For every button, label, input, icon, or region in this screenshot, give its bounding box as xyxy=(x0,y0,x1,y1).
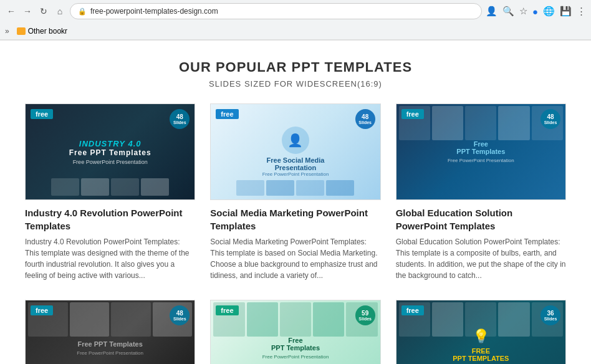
card-title-social-media: Social Media Marketing PowerPoint Templa… xyxy=(210,206,380,232)
tpl-preview-6: 💡 FREEPPT TEMPLATES MAKE IT CALL OF YOUR… xyxy=(396,300,565,364)
card-image-creative-bulb: free 36Slides 💡 FREEPPT TEMPLATES MAKE I… xyxy=(396,300,566,364)
card-image-global-edu: free 48Slides FreePPT Templates Free Pow… xyxy=(396,103,566,200)
tpl-sub-1: Free PowerPoint Presentation xyxy=(73,159,148,165)
bulb-icon: 💡 xyxy=(473,328,489,345)
mini-slide xyxy=(141,178,169,196)
mini-slide xyxy=(326,180,354,196)
mini-slide xyxy=(236,180,264,196)
card-image-industry40: free 48Slides INDUSTRY 4.0 Free PPT Temp… xyxy=(25,103,195,200)
bookmark-star-icon[interactable]: ☆ xyxy=(519,6,527,17)
card-global-edu[interactable]: free 48Slides FreePPT Templates Free Pow… xyxy=(396,103,566,281)
card-image-double-exposure: free 48Slides Free PPT Templates Free Po… xyxy=(25,300,195,364)
card-title-industry40: Industry 4.0 Revolution PowerPoint Templ… xyxy=(25,206,195,232)
tpl-preview-4: Free PPT Templates Free PowerPoint Prese… xyxy=(26,300,195,364)
templates-grid: free 48Slides INDUSTRY 4.0 Free PPT Temp… xyxy=(25,103,566,364)
social-tpl-sub: Free PowerPoint Presentation xyxy=(262,171,329,177)
double-tpl-label: Free PPT Templates xyxy=(77,340,142,348)
save-to-drive-icon[interactable]: 💾 xyxy=(560,6,572,17)
card-plant-dollar[interactable]: free 59Slides FreePPT Templates Free Pow… xyxy=(210,300,380,364)
page-title: OUR POPULAR PPT TEMPLATES xyxy=(25,59,566,75)
bookmarks-bar: » Other bookr xyxy=(0,22,591,40)
url-text: free-powerpoint-templates-design.com xyxy=(90,7,474,16)
mini-slide xyxy=(266,180,294,196)
back-button[interactable]: ← xyxy=(5,5,17,17)
browser-toolbar-icons: 👤 🔍 ☆ ● 🌐 💾 ⋮ xyxy=(486,6,586,17)
mini-slide xyxy=(81,178,109,196)
edu-tpl-sub: Free PowerPoint Presentation xyxy=(448,158,514,163)
home-button[interactable]: ⌂ xyxy=(54,5,66,17)
card-social-media[interactable]: free 48Slides 👤 Free Social MediaPresent… xyxy=(210,103,380,281)
card-desc-industry40: Industry 4.0 Revolution PowerPoint Templ… xyxy=(25,236,195,281)
plant-tpl-label: FreePPT Templates xyxy=(271,337,320,352)
chevron-right-icon: » xyxy=(5,27,9,36)
card-image-social-media: free 48Slides 👤 Free Social MediaPresent… xyxy=(210,103,380,200)
tpl-preview-5: FreePPT Templates Free PowerPoint Presen… xyxy=(211,300,380,364)
reload-button[interactable]: ↻ xyxy=(37,5,50,17)
bookmarks-folder-item[interactable]: Other bookr xyxy=(12,26,72,37)
browser-chrome: ← → ↻ ⌂ 🔒 free-powerpoint-templates-desi… xyxy=(0,0,591,41)
double-tpl-sub: Free PowerPoint Presentation xyxy=(77,350,143,356)
card-double-exposure[interactable]: free 48Slides Free PPT Templates Free Po… xyxy=(25,300,195,364)
card-industry40[interactable]: free 48Slides INDUSTRY 4.0 Free PPT Temp… xyxy=(25,103,195,281)
chrome-menu-icon[interactable]: ⋮ xyxy=(577,6,586,17)
bulb-tpl-label: FREEPPT TEMPLATES xyxy=(453,347,509,362)
card-image-plant-dollar: free 59Slides FreePPT Templates Free Pow… xyxy=(210,300,380,364)
mini-slides-2 xyxy=(211,180,380,196)
tpl-title-1: Free PPT Templates xyxy=(69,148,151,157)
lock-icon: 🔒 xyxy=(78,7,87,16)
extensions-icon[interactable]: ● xyxy=(532,6,538,17)
social-tpl-title: Free Social MediaPresentation xyxy=(267,156,325,171)
mini-slide xyxy=(296,180,324,196)
social-icon-circle: 👤 xyxy=(282,127,309,154)
card-title-global-edu: Global Education Solution PowerPoint Tem… xyxy=(396,206,566,232)
folder-icon xyxy=(17,27,26,35)
profile-icon[interactable]: 👤 xyxy=(486,6,497,17)
forward-button[interactable]: → xyxy=(21,5,34,17)
mini-slide xyxy=(51,178,79,196)
mini-slides-1 xyxy=(26,178,195,196)
search-icon[interactable]: 🔍 xyxy=(502,6,514,17)
mini-slide xyxy=(111,178,139,196)
edu-tpl-label: FreePPT Templates xyxy=(456,140,505,155)
tpl-preview-3: FreePPT Templates Free PowerPoint Presen… xyxy=(396,104,565,199)
card-creative-bulb[interactable]: free 36Slides 💡 FREEPPT TEMPLATES MAKE I… xyxy=(396,300,566,364)
bookmark-label: Other bookr xyxy=(28,27,67,36)
translate-icon[interactable]: 🌐 xyxy=(543,6,555,17)
card-desc-global-edu: Global Education Solution PowerPoint Tem… xyxy=(396,236,566,281)
page-content: OUR POPULAR PPT TEMPLATES SLIDES SIZED F… xyxy=(0,41,591,364)
browser-toolbar: ← → ↻ ⌂ 🔒 free-powerpoint-templates-desi… xyxy=(0,0,591,22)
ind-logo: INDUSTRY 4.0 xyxy=(79,139,142,148)
page-subtitle: SLIDES SIZED FOR WIDESCREEN(16:9) xyxy=(25,79,566,89)
card-desc-social-media: Social Media Marketing PowerPoint Templa… xyxy=(210,236,380,281)
address-bar[interactable]: 🔒 free-powerpoint-templates-design.com xyxy=(70,3,482,19)
plant-tpl-sub: Free PowerPoint Presentation xyxy=(262,354,329,360)
